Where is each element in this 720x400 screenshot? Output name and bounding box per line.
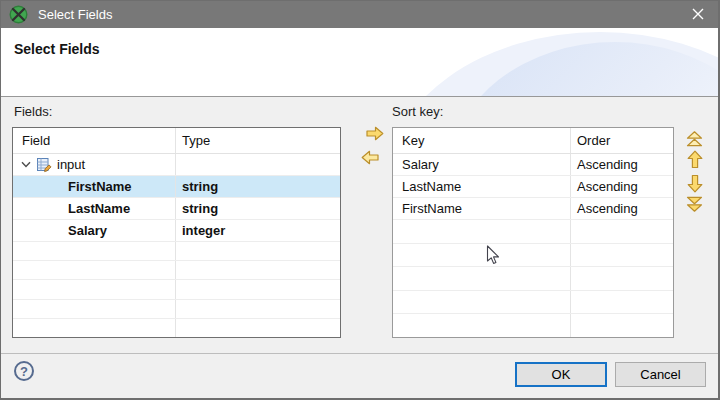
dialog-banner: Select Fields xyxy=(0,28,720,97)
empty-table-row xyxy=(393,314,673,337)
column-header-key[interactable]: Key xyxy=(393,128,570,153)
empty-table-row xyxy=(393,267,673,291)
fields-label: Fields: xyxy=(14,104,52,119)
sort-row-salary[interactable]: Salary Ascending xyxy=(393,154,673,176)
empty-table-row xyxy=(393,291,673,315)
field-row-firstname[interactable]: FirstName string xyxy=(13,176,340,198)
double-up-chevron-icon xyxy=(686,130,703,147)
chevron-down-icon[interactable] xyxy=(21,161,31,168)
cancel-button[interactable]: Cancel xyxy=(615,362,706,387)
help-button[interactable]: ? xyxy=(14,361,34,381)
right-arrow-icon xyxy=(366,126,384,141)
move-to-top-button[interactable] xyxy=(686,130,703,147)
field-row-salary[interactable]: Salary integer xyxy=(13,220,340,242)
fields-table: Field Type input FirstName string xyxy=(12,127,341,338)
empty-table-row xyxy=(393,244,673,268)
empty-table-row xyxy=(13,319,340,337)
sort-row-lastname[interactable]: LastName Ascending xyxy=(393,176,673,198)
column-header-field[interactable]: Field xyxy=(13,128,175,153)
move-up-button[interactable] xyxy=(687,150,703,169)
close-button[interactable] xyxy=(676,0,720,28)
field-row-lastname[interactable]: LastName string xyxy=(13,198,340,220)
record-metadata-icon xyxy=(36,157,52,173)
move-right-button[interactable] xyxy=(366,126,384,141)
move-left-button[interactable] xyxy=(361,150,379,165)
double-down-chevron-icon xyxy=(686,196,703,213)
empty-table-row xyxy=(13,261,340,280)
down-arrow-icon xyxy=(687,174,703,193)
dialog-heading: Select Fields xyxy=(14,41,100,57)
move-down-button[interactable] xyxy=(687,174,703,193)
sort-table-header: Key Order xyxy=(393,128,673,154)
titlebar: Select Fields xyxy=(0,0,720,28)
sort-key-table: Key Order Salary Ascending LastName Asce… xyxy=(392,127,674,338)
column-header-order[interactable]: Order xyxy=(570,128,673,153)
empty-table-row xyxy=(13,242,340,261)
left-arrow-icon xyxy=(361,150,379,165)
sort-row-firstname[interactable]: FirstName Ascending xyxy=(393,198,673,220)
tree-node-label: input xyxy=(57,157,85,172)
fields-table-header: Field Type xyxy=(13,128,340,154)
empty-table-row xyxy=(13,280,340,299)
help-icon: ? xyxy=(20,364,28,379)
tree-row-input[interactable]: input xyxy=(13,154,340,176)
column-header-type[interactable]: Type xyxy=(175,128,340,153)
empty-table-row xyxy=(13,300,340,319)
sort-key-label: Sort key: xyxy=(392,104,443,119)
up-arrow-icon xyxy=(687,150,703,169)
empty-table-row xyxy=(393,220,673,244)
move-to-bottom-button[interactable] xyxy=(686,196,703,213)
ok-button[interactable]: OK xyxy=(515,362,607,387)
footer-separator xyxy=(0,353,720,354)
close-icon xyxy=(692,8,704,20)
window-title: Select Fields xyxy=(38,7,112,22)
app-logo-icon xyxy=(9,5,28,24)
